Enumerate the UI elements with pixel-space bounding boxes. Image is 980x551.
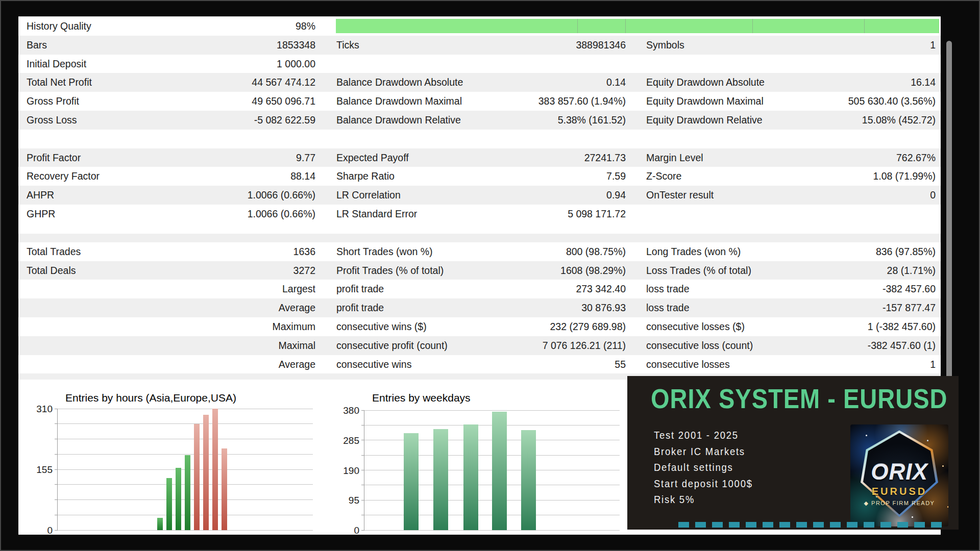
orix-branding-panel: ORIX SYSTEM - EURUSD Test 2001 - 2025Bro… — [627, 376, 959, 530]
axis-tick — [55, 515, 58, 515]
logo-tag: ◆ PROP FIRM READY — [850, 500, 948, 507]
stat-value: 505 630.40 (3.56%) — [784, 92, 936, 111]
stat-value: 88.14 — [187, 167, 315, 186]
table-row: Largest profit trade 273 342.40 loss tra… — [18, 280, 941, 298]
axis-tick — [361, 470, 364, 470]
stat-value: 9.77 — [187, 148, 315, 167]
detail-line: Default settings — [654, 459, 753, 475]
logo-pair: EURUSD — [850, 486, 948, 497]
chart-bar — [404, 433, 419, 530]
table-row: AHPR 1.0066 (0.66%) LR Correlation 0.94 … — [18, 186, 941, 205]
stat-value: -382 457.60 — [784, 280, 936, 298]
system-details: Test 2001 - 2025Broker IC MarketsDefault… — [654, 427, 753, 508]
stat-value: 15.08% (452.72) — [784, 111, 936, 130]
table-row: Total Net Profit 44 567 474.12 Balance D… — [18, 73, 941, 92]
axis-tick — [55, 484, 58, 485]
quality-segment-divider — [625, 19, 626, 33]
chart-bar — [185, 455, 191, 530]
y-axis-label: 155 — [25, 465, 53, 474]
axis-tick — [361, 440, 364, 440]
y-axis-label: 380 — [332, 406, 359, 415]
table-row: Total Deals 3272 Profit Trades (% of tot… — [18, 261, 941, 280]
history-quality-bar — [336, 19, 939, 33]
stat-value: 16.14 — [784, 73, 936, 92]
chart-bar — [521, 430, 536, 530]
stat-value: 1.08 (71.99%) — [784, 167, 936, 186]
stat-value: Average — [187, 298, 315, 317]
chart-bar — [176, 468, 182, 530]
stat-value: 7.59 — [473, 167, 626, 186]
axis-tick — [361, 485, 364, 485]
stat-value: 5.38% (161.52) — [473, 111, 626, 130]
axis-tick — [361, 530, 364, 531]
y-axis-label: 285 — [332, 436, 359, 445]
quality-segment-divider — [577, 19, 578, 33]
axis-tick — [55, 454, 58, 455]
stat-value: 1608 (98.29%) — [473, 261, 626, 280]
detail-line: Broker IC Markets — [654, 443, 753, 460]
stat-value: 383 857.60 (1.94%) — [473, 92, 626, 111]
stat-value: 3272 — [187, 261, 315, 280]
entries-by-weekdays-chart: Entries by weekdays 380285190950 — [364, 392, 620, 535]
logo-name: ORIX — [850, 459, 948, 485]
axis-tick — [55, 499, 58, 500]
stat-value: 836 (97.85%) — [784, 242, 936, 261]
gridline — [58, 409, 313, 409]
table-row: Gross Profit 49 650 096.71 Balance Drawd… — [18, 92, 941, 111]
stat-value: 0.14 — [473, 73, 626, 92]
axis-tick — [361, 425, 364, 425]
axis-tick — [361, 410, 364, 411]
gridline — [58, 423, 313, 424]
stat-value: 0 — [784, 186, 936, 205]
chart-bar — [157, 518, 163, 530]
stat-value: 800 (98.75%) — [473, 242, 626, 261]
table-row: Average profit trade 30 876.93 loss trad… — [18, 298, 941, 317]
gridline — [58, 454, 313, 455]
stat-value: -382 457.60 (1) — [784, 336, 936, 355]
gridline — [58, 439, 313, 439]
quality-segment-divider — [752, 19, 753, 33]
axis-tick — [55, 423, 58, 424]
chart-bar — [492, 412, 507, 530]
axis-tick — [55, 469, 58, 470]
stat-value: Maximum — [187, 317, 315, 336]
table-row: Profit Factor 9.77 Expected Payoff 27241… — [18, 148, 941, 167]
statistics-rows: History Quality 98% Bars 1853348 Ticks 3… — [18, 17, 941, 373]
stat-value: 30 876.93 — [473, 298, 626, 317]
table-row: Gross Loss -5 082 622.59 Balance Drawdow… — [18, 111, 941, 130]
detail-line: Test 2001 - 2025 — [654, 427, 753, 443]
table-row: GHPR 1.0066 (0.66%) LR Standard Error 5 … — [18, 205, 941, 223]
chart-title: Entries by weekdays — [372, 392, 471, 404]
stat-value: 55 — [473, 355, 626, 374]
stat-value: 1.0066 (0.66%) — [187, 205, 315, 223]
orix-logo: ORIX EURUSD ◆ PROP FIRM READY — [850, 424, 948, 527]
stat-value: 27241.73 — [473, 148, 626, 167]
stat-value: -157 877.47 — [784, 298, 936, 317]
table-row: Initial Deposit 1 000.00 — [18, 55, 941, 73]
stat-value: 0.94 — [473, 186, 626, 205]
stat-value: 273 342.40 — [473, 280, 626, 298]
axis-tick — [361, 500, 364, 500]
stat-value: 44 567 474.12 — [187, 73, 315, 92]
stat-value: Largest — [187, 280, 315, 298]
table-row: Total Trades 1636 Short Trades (won %) 8… — [18, 242, 941, 261]
chart-bar — [463, 424, 478, 530]
stat-value: 49 650 096.71 — [187, 92, 315, 111]
gridline — [364, 410, 620, 411]
stat-value: 1 — [784, 36, 936, 55]
stat-value: 1 (-382 457.60) — [784, 317, 936, 336]
chart-plot: 380285190950 — [364, 410, 620, 530]
stat-value: -5 082 622.59 — [187, 111, 315, 130]
y-axis-label: 190 — [332, 466, 359, 475]
backtest-report-window: History Quality 98% Bars 1853348 Ticks 3… — [0, 0, 980, 551]
chart-bar — [166, 478, 173, 530]
system-title: ORIX SYSTEM - EURUSD — [651, 382, 947, 414]
stat-value: 5 098 171.72 — [473, 205, 626, 223]
y-axis-label: 0 — [25, 525, 53, 535]
stat-value: 1853348 — [187, 36, 315, 55]
stat-value: 28 (1.71%) — [784, 261, 936, 280]
stat-value: 388981346 — [473, 36, 626, 55]
stat-value: 1.0066 (0.66%) — [187, 186, 315, 205]
chart-bar — [203, 415, 209, 530]
table-row: Bars 1853348 Ticks 388981346 Symbols 1 — [18, 36, 941, 55]
